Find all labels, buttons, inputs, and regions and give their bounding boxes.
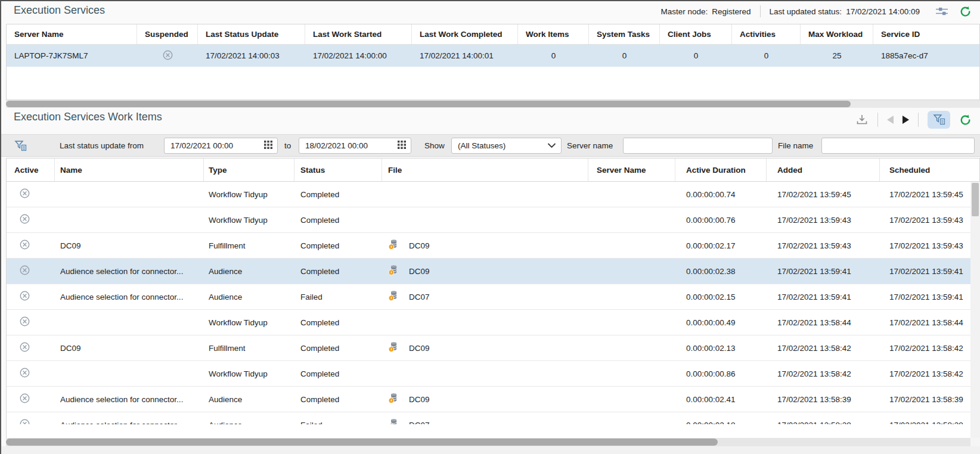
column-header-type[interactable]: Type [204, 158, 294, 181]
date-to-input[interactable]: 18/02/2021 00:00 [299, 138, 411, 154]
active-cell [7, 207, 55, 232]
filter-toggle-button[interactable] [928, 111, 950, 129]
master-node-value: Registered [712, 7, 750, 16]
server-name-cell [588, 207, 675, 232]
name-cell [55, 207, 204, 232]
column-header-server-name[interactable]: Server Name [588, 158, 675, 181]
column-header-activities[interactable]: Activities [732, 24, 801, 44]
added-cell: 17/02/2021 13:58:42 [767, 361, 880, 386]
column-header-system-tasks[interactable]: System Tasks [589, 24, 660, 44]
calendar-grid-icon[interactable] [264, 141, 272, 151]
column-header-last-status-update[interactable]: Last Status Update [198, 24, 305, 44]
type-cell: Workflow Tidyup [204, 207, 294, 232]
column-header-last-work-completed[interactable]: Last Work Completed [412, 24, 518, 44]
database-icon [388, 290, 399, 303]
server-name-cell [588, 361, 675, 386]
column-header-service-id[interactable]: Service ID [873, 24, 979, 44]
server-name-input[interactable] [623, 138, 773, 154]
table-row[interactable]: Audience selection for connector... Audi… [7, 412, 980, 424]
column-header-max-workload[interactable]: Max Workload [801, 24, 873, 44]
date-from-input[interactable]: 17/02/2021 00:00 [164, 138, 278, 154]
sliders-icon[interactable] [935, 6, 948, 17]
file-cell: DC09 [382, 233, 588, 258]
table-row[interactable]: DC09 Fulfillment Completed DC09 0.00:00:… [7, 233, 980, 259]
file-cell: DC09 [382, 259, 588, 284]
right-arrow-icon[interactable] [903, 116, 909, 124]
column-header-status[interactable]: Status [294, 158, 382, 181]
type-cell: Audience [204, 259, 294, 284]
scrollbar-thumb[interactable] [972, 183, 979, 216]
database-icon [388, 418, 399, 424]
refresh-icon[interactable] [959, 114, 972, 126]
name-cell: Audience selection for connector... [55, 284, 204, 309]
scheduled-cell: 17/02/2021 13:59:41 [880, 284, 980, 309]
left-arrow-icon[interactable] [887, 116, 894, 124]
table-row[interactable]: Workflow Tidyup Completed 0.00:00:00.74 … [7, 182, 980, 207]
added-cell: 17/02/2021 13:59:43 [767, 233, 880, 258]
file-cell: DC09 [382, 335, 588, 360]
column-header-client-jobs[interactable]: Client Jobs [660, 24, 732, 44]
name-cell: Audience selection for connector... [55, 259, 204, 284]
status-select[interactable]: (All Statuses) [451, 138, 562, 154]
table-row[interactable]: Audience selection for connector... Audi… [7, 387, 980, 412]
divider [760, 5, 761, 17]
column-header-suspended[interactable]: Suspended [137, 24, 198, 44]
added-cell: 17/02/2021 13:59:41 [767, 259, 880, 284]
work-items-horizontal-scrollbar[interactable] [6, 438, 980, 446]
type-cell: Fulfillment [204, 233, 294, 258]
active-cell [7, 387, 55, 412]
column-header-file[interactable]: File [382, 158, 588, 181]
refresh-icon[interactable] [959, 5, 972, 18]
status-cell: Failed [294, 412, 382, 424]
table-row[interactable]: Audience selection for connector... Audi… [7, 284, 980, 310]
file-cell [382, 182, 588, 207]
database-icon [388, 265, 399, 278]
column-header-last-work-started[interactable]: Last Work Started [305, 24, 412, 44]
added-cell: 17/02/2021 13:59:41 [767, 284, 880, 309]
server-name-cell [588, 335, 675, 360]
file-name: DC09 [409, 267, 430, 276]
download-icon[interactable] [855, 114, 869, 126]
column-header-scheduled[interactable]: Scheduled [880, 158, 979, 181]
column-header-server-name[interactable]: Server Name [7, 24, 137, 44]
active-duration-cell: 0.00:00:02.15 [675, 284, 767, 309]
column-header-work-items[interactable]: Work Items [518, 24, 589, 44]
added-cell: 17/02/2021 13:59:43 [767, 207, 880, 232]
status-cell: Failed [294, 284, 382, 309]
server-name-cell [588, 259, 675, 284]
column-header-active[interactable]: Active [7, 158, 55, 181]
calendar-grid-icon[interactable] [398, 141, 406, 151]
column-header-active-duration[interactable]: Active Duration [675, 158, 767, 181]
service-id-cell: 1885a7ec-d7 [873, 45, 979, 67]
date-to-value: 18/02/2021 00:00 [305, 141, 368, 150]
system-tasks-cell: 0 [589, 45, 660, 67]
column-header-name[interactable]: Name [55, 158, 204, 181]
column-header-added[interactable]: Added [767, 158, 880, 181]
table-row[interactable]: Workflow Tidyup Completed 0.00:00:00.76 … [7, 207, 980, 233]
database-icon [388, 239, 399, 252]
name-cell: DC09 [55, 233, 204, 258]
suspended-cell [137, 45, 198, 67]
last-updated-label: Last updated status: [770, 7, 842, 16]
file-name-input[interactable] [821, 138, 975, 154]
scrollbar-thumb[interactable] [6, 101, 851, 107]
filter-list-icon [14, 135, 27, 156]
server-name-cell [588, 310, 675, 335]
table-row[interactable]: Workflow Tidyup Completed 0.00:00:00.86 … [7, 361, 980, 387]
table-row[interactable]: Audience selection for connector... Audi… [7, 259, 980, 284]
status-cell: Completed [294, 207, 382, 232]
file-cell [382, 207, 588, 232]
circle-x-icon [20, 291, 30, 303]
server-name-cell [588, 284, 675, 309]
active-cell [7, 182, 55, 207]
name-cell [55, 310, 204, 335]
type-cell: Workflow Tidyup [204, 182, 294, 207]
work-items-vertical-scrollbar[interactable] [970, 182, 980, 438]
table-row[interactable]: DC09 Fulfillment Completed DC09 0.00:00:… [7, 335, 980, 361]
table-row[interactable]: Workflow Tidyup Completed 0.00:00:00.49 … [7, 310, 980, 335]
top-table-horizontal-scrollbar[interactable] [6, 100, 980, 108]
scrollbar-thumb[interactable] [6, 439, 718, 446]
type-cell: Audience [204, 412, 294, 424]
table-row[interactable]: LAPTOP-7JK7SML7 17/02/2021 14:00:03 17/0… [7, 45, 979, 67]
file-cell: DC07 [382, 284, 588, 309]
